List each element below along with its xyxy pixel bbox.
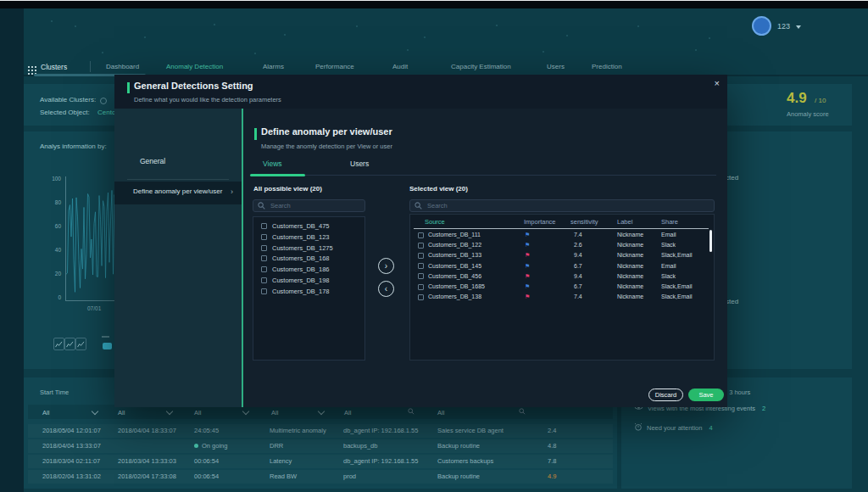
partial-text-2: sted [726, 298, 738, 305]
checkbox[interactable] [261, 277, 267, 283]
chart-type-button-1[interactable] [53, 338, 64, 350]
chart-type-button-3[interactable] [75, 338, 86, 350]
chevron-down-icon [92, 408, 98, 415]
selected-search[interactable] [409, 199, 715, 212]
chevron-right-icon: › [231, 187, 233, 196]
nav-item-audit[interactable]: Audit [392, 63, 408, 70]
checkbox[interactable] [418, 232, 424, 238]
list-item-label: Customers_DB_123 [272, 233, 330, 241]
table-row[interactable]: Customers_DB_138⚑7.4NicknameSlack,Email [410, 292, 710, 302]
table-row[interactable]: 2018/02/04 13:31:022018/02/04 17:33:0800… [28, 470, 613, 484]
table-row[interactable]: Customers_DB_122⚑2.6NicknameSlack [410, 240, 710, 250]
filter-value: All [271, 409, 278, 417]
nav-item-anomaly-detection[interactable]: Anomaly Detection [166, 63, 223, 70]
sidebar-item-general[interactable]: General [114, 151, 242, 174]
username[interactable]: 123 [777, 22, 790, 31]
modal-sidebar: GeneralDefine anomaly per view/user› [114, 109, 242, 407]
discard-button[interactable]: Discard [648, 389, 683, 401]
event-cell: 00:06:54 [194, 470, 219, 484]
chart-y-tick: 40 [47, 247, 61, 253]
col-share: Share [661, 218, 678, 226]
checkbox[interactable] [261, 266, 267, 272]
tab-views[interactable]: Views [263, 159, 282, 168]
close-icon[interactable]: × [715, 78, 720, 88]
checkbox[interactable] [261, 234, 267, 240]
insight-item[interactable]: , 3 hours [726, 389, 750, 396]
available-search-input[interactable] [269, 201, 360, 210]
sidebar-item-define-anomaly[interactable]: Define anomaly per view/user› [114, 182, 242, 204]
list-item[interactable]: Customers_DB_186 [261, 266, 330, 273]
event-cell: Backup routine [437, 470, 480, 484]
event-cell: 2018/04/04 18:33:07 [118, 424, 176, 438]
nav-item-users[interactable]: Users [547, 63, 565, 70]
checkbox[interactable] [261, 255, 267, 261]
frame-top-strip [0, 1, 868, 8]
filter-3-dropdown[interactable]: All [194, 407, 248, 417]
checkbox[interactable] [261, 245, 267, 251]
cell-sensitivity: 2.6 [574, 240, 582, 250]
cell-source: Customers_DB_456 [428, 271, 481, 282]
selected-table: Source Importance sensitivity Label Shar… [409, 214, 715, 361]
table-row[interactable]: Customers_DB_1685⚑6.7NicknameSlack,Email [410, 282, 710, 292]
filter-2-dropdown[interactable]: All [118, 407, 172, 417]
checkbox[interactable] [418, 243, 424, 249]
table-row[interactable]: 2018/03/04 02:11:072018/03/04 13:33:0300… [28, 455, 613, 468]
available-search[interactable] [253, 199, 365, 212]
table-row[interactable]: Customers_DB_111⚑7.4NicknameEmail [410, 230, 710, 240]
list-item[interactable]: Customers_DB_178 [261, 288, 330, 295]
table-scrollbar[interactable] [709, 230, 712, 252]
event-cell: prod [343, 470, 356, 484]
checkbox[interactable] [418, 294, 424, 300]
event-cell: 2018/03/04 02:11:07 [42, 455, 100, 468]
cell-label: Nickname [617, 282, 643, 292]
chart-type-button-2[interactable] [64, 338, 75, 350]
checkbox[interactable] [418, 263, 424, 269]
panel-title: Define anomaly per view/user [261, 126, 392, 137]
transfer-right-button[interactable]: › [378, 258, 394, 274]
filter-4-dropdown[interactable]: All [271, 407, 324, 417]
list-item[interactable]: Customers_DB_123 [261, 233, 330, 241]
table-row[interactable]: Customers_DB_456⚑9.4NicknameSlack [410, 271, 710, 282]
event-cell: 2018/03/04 13:33:03 [118, 455, 176, 468]
cluster-radio[interactable] [100, 98, 107, 104]
nav-item-prediction[interactable]: Prediction [592, 63, 622, 70]
table-row[interactable]: 2018/04/04 13:33:07On goingDRRbackups_db… [28, 439, 613, 453]
table-row[interactable]: Customers_DB_145⚑6.7NicknameEmail [410, 261, 710, 271]
cell-label: Nickname [617, 271, 643, 282]
event-cell: Multimetric anomaly [270, 424, 326, 438]
list-item[interactable]: Customers_DB_1275 [261, 244, 333, 252]
table-row[interactable]: Customers_DB_133⚑9.4NicknameSlack,Email [410, 250, 710, 260]
decor-dot [214, 24, 215, 25]
nav-item-clusters[interactable]: Clusters [41, 63, 67, 71]
nav-item-capacity-estimation[interactable]: Capacity Estimation [451, 63, 511, 70]
list-item[interactable]: Customers_DB_168 [261, 254, 330, 262]
filter-6-search[interactable]: All [437, 407, 526, 417]
table-row[interactable]: 2018/05/04 12:01:072018/04/04 18:33:0724… [28, 424, 613, 438]
avatar[interactable] [752, 16, 771, 36]
partial-text-1: cted [726, 174, 738, 182]
event-cell: Sales service DB agent [437, 424, 504, 438]
modal-content: Define anomaly per view/user Manage the … [243, 109, 727, 407]
transfer-left-button[interactable]: ‹ [378, 281, 394, 297]
filter-value: All [118, 409, 125, 417]
checkbox[interactable] [418, 273, 424, 279]
panel-subtitle: Manage the anomly detection per View or … [261, 143, 392, 150]
filter-5-search[interactable]: All [344, 407, 415, 417]
cell-source: Customers_DB_138 [428, 292, 481, 302]
checkbox[interactable] [261, 223, 267, 229]
checkbox[interactable] [418, 253, 424, 259]
cell-sensitivity: 7.4 [574, 230, 582, 240]
anomaly-score-value: 4.9 [787, 90, 807, 107]
nav-item-alarms[interactable]: Alarms [263, 63, 284, 70]
checkbox[interactable] [418, 284, 424, 290]
selected-search-input[interactable] [426, 201, 709, 210]
tab-users[interactable]: Users [350, 159, 369, 168]
list-item[interactable]: Customers_DB_475 [261, 222, 330, 230]
save-button[interactable]: Save [688, 389, 724, 401]
insight-item[interactable]: Need your attention4 [634, 422, 713, 433]
checkbox[interactable] [261, 288, 267, 294]
filter-1-dropdown[interactable]: All [42, 407, 97, 417]
nav-item-dashboard[interactable]: Dashboard [106, 63, 139, 70]
nav-item-performance[interactable]: Performance [315, 63, 354, 70]
list-item[interactable]: Customers_DB_198 [261, 277, 330, 284]
